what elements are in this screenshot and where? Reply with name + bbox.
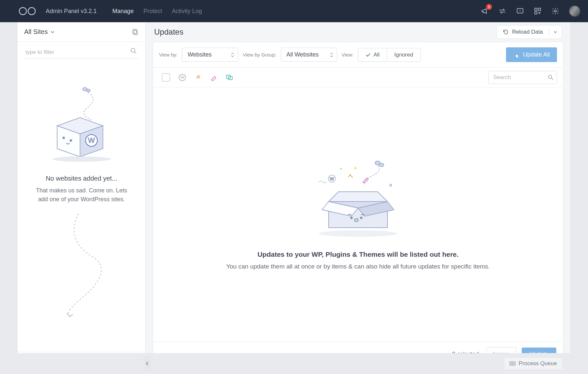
dashed-arrow-illustration: [49, 214, 114, 318]
process-queue-label: Process Queue: [519, 360, 557, 367]
message-icon[interactable]: [516, 7, 524, 15]
check-icon: [366, 52, 371, 57]
main: All Sites: [18, 22, 570, 374]
svg-point-38: [360, 217, 362, 219]
view-label: View:: [342, 52, 353, 57]
apps-icon[interactable]: [534, 7, 542, 15]
svg-rect-30: [354, 167, 357, 169]
search-icon[interactable]: [130, 48, 137, 54]
chevron-down-icon: [50, 30, 55, 34]
svg-point-40: [319, 230, 397, 237]
update-all-button[interactable]: Update All: [506, 47, 557, 62]
nav-protect[interactable]: Protect: [143, 8, 162, 15]
updates-empty-state: W: [153, 88, 563, 342]
seg-ignored[interactable]: Ignored: [387, 48, 420, 61]
viewby-select[interactable]: Websites: [182, 48, 238, 62]
avatar[interactable]: [569, 6, 580, 17]
svg-point-15: [63, 137, 65, 139]
svg-rect-8: [133, 29, 137, 33]
svg-point-24: [548, 75, 552, 78]
reload-button[interactable]: Reload Data: [497, 25, 549, 39]
svg-point-26: [379, 163, 384, 167]
all-sites-dropdown[interactable]: All Sites: [24, 28, 55, 36]
content-header: Updates Reload Data: [146, 22, 570, 42]
view-segment: All Ignored: [358, 48, 421, 62]
reload-dropdown[interactable]: [549, 27, 562, 37]
svg-rect-3: [535, 8, 537, 10]
content: Updates Reload Data View by: Websites: [146, 22, 570, 374]
sort-icon: [231, 52, 235, 57]
caret-down-icon: [554, 30, 557, 34]
plus-icon: [28, 361, 33, 366]
seg-all-label: All: [373, 52, 380, 58]
svg-point-6: [554, 10, 556, 12]
viewby-label: View by:: [159, 52, 177, 57]
seg-ignored-label: Ignored: [394, 52, 413, 58]
nav-manage[interactable]: Manage: [112, 8, 134, 15]
search-input[interactable]: [488, 71, 557, 84]
select-all-checkbox[interactable]: [162, 73, 170, 82]
sidebar: All Sites: [18, 22, 146, 374]
nav-activity-log[interactable]: Activity Log: [172, 8, 202, 15]
empty-box-illustration: W: [46, 87, 118, 162]
svg-point-37: [351, 217, 352, 219]
sort-icon: [330, 52, 334, 57]
sidebar-footer: Add Site: [18, 352, 145, 374]
svg-point-1: [28, 8, 35, 15]
updates-empty-subtitle: You can update them all at once or by it…: [226, 263, 490, 270]
click-icon: [513, 52, 520, 58]
svg-point-29: [340, 168, 342, 170]
group-select[interactable]: All Websites: [281, 48, 337, 62]
process-queue-button[interactable]: Process Queue: [504, 357, 563, 370]
svg-point-16: [70, 139, 72, 141]
add-site-label: Add Site: [36, 360, 57, 366]
card-footer: 0 selected Ignore Update: [153, 342, 563, 366]
page-title: Updates: [154, 27, 183, 37]
svg-point-9: [131, 48, 135, 52]
filter-input[interactable]: [25, 46, 138, 58]
queue-icon: [510, 361, 515, 366]
sidebar-filter: [18, 42, 145, 60]
group-value: All Websites: [286, 51, 319, 58]
theme-filter-icon[interactable]: [210, 74, 217, 81]
topbar: Admin Panel v3.2.1 Manage Protect Activi…: [0, 0, 588, 22]
plugin-filter-icon[interactable]: [194, 74, 202, 81]
sidebar-empty-subtitle: That makes us sad. Come on. Lets add one…: [33, 186, 131, 204]
open-box-illustration: W: [309, 159, 407, 237]
sidebar-empty-title: No websites added yet...: [46, 175, 117, 182]
add-site-button[interactable]: Add Site: [23, 357, 62, 370]
svg-rect-5: [535, 12, 537, 14]
reload-icon: [503, 29, 509, 35]
logo: [17, 6, 40, 16]
svg-marker-32: [329, 192, 387, 202]
viewby-value: Websites: [188, 51, 212, 58]
selected-count: 0 selected: [452, 351, 479, 358]
search-wrap: [488, 71, 557, 84]
update-all-label: Update All: [523, 51, 550, 58]
svg-point-19: [52, 156, 111, 162]
svg-text:W: W: [88, 136, 95, 144]
svg-rect-4: [538, 8, 541, 10]
svg-point-31: [390, 184, 392, 186]
filter-toolbar: View by: Websites View by Group: All Web…: [153, 42, 563, 68]
selection-toolbar: W: [153, 68, 563, 88]
group-label: View by Group:: [243, 52, 276, 57]
reload-button-group: Reload Data: [497, 25, 562, 39]
search-icon: [548, 74, 554, 80]
collapse-sidebar-button[interactable]: [144, 356, 151, 371]
announcements-icon[interactable]: 5: [481, 7, 489, 15]
all-sites-label: All Sites: [24, 28, 48, 36]
seg-all[interactable]: All: [358, 48, 387, 61]
copy-icon[interactable]: [132, 28, 139, 36]
gear-icon[interactable]: [551, 7, 559, 15]
wordpress-filter-icon[interactable]: W: [179, 74, 186, 81]
updates-empty-title: Updates to your WP, Plugins & Themes wil…: [257, 251, 459, 258]
sync-icon[interactable]: [498, 7, 506, 15]
translation-filter-icon[interactable]: [226, 74, 233, 81]
brand-label: Admin Panel v3.2.1: [46, 8, 97, 15]
svg-point-11: [86, 89, 90, 92]
sidebar-empty-state: W No websites added yet... That makes us…: [18, 60, 145, 352]
svg-point-0: [19, 8, 26, 15]
svg-rect-7: [134, 30, 137, 35]
sidebar-header: All Sites: [18, 22, 145, 42]
